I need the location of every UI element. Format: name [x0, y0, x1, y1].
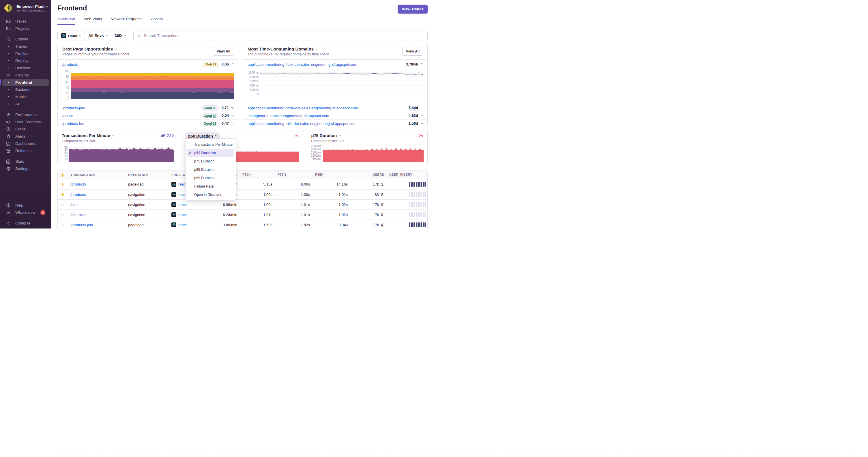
metric-selector-p75[interactable]: p75 Duration [311, 133, 341, 138]
transaction-link[interactable]: /about [62, 114, 73, 118]
svg-text:100: 100 [64, 69, 69, 73]
star-toggle[interactable]: ☆ [61, 202, 64, 207]
view-all-button[interactable]: View All [402, 47, 423, 56]
metric-selector-tpm[interactable]: Transactions Per Minute [62, 133, 114, 138]
svg-text:10: 10 [64, 158, 68, 161]
sidebar-item-traces[interactable]: Traces [2, 43, 49, 50]
project-filter-label: react [68, 33, 78, 38]
org-logo-icon [3, 3, 14, 13]
view-all-button[interactable]: View All [213, 47, 234, 56]
project-link[interactable]: react [178, 223, 187, 227]
sidebar-item-dashboards[interactable]: Dashboards [2, 140, 49, 147]
project-link[interactable]: react [178, 202, 187, 207]
menu-item-failure-rate[interactable]: Failure Rate [187, 182, 234, 190]
star-toggle[interactable]: ★ [61, 182, 64, 186]
sidebar-item-insights[interactable]: Insights [2, 71, 49, 79]
expand-toggle[interactable] [231, 114, 234, 116]
star-toggle[interactable]: ★ [61, 192, 64, 197]
sidebar-item-label: Insights [15, 73, 29, 77]
svg-text:1500ms: 1500ms [248, 71, 258, 74]
sidebar-item-help[interactable]: Help [2, 202, 49, 209]
transaction-link[interactable]: /products-fes [62, 122, 84, 126]
expand-toggle[interactable] [421, 114, 423, 116]
sidebar-item-releases[interactable]: Releases [2, 147, 49, 154]
tab-network-requests[interactable]: Network Requests [111, 17, 142, 25]
transaction-link[interactable]: /products-join [62, 106, 85, 110]
svg-text:60: 60 [66, 80, 69, 84]
score-badge: Good 95 [202, 105, 219, 110]
expand-toggle[interactable] [231, 63, 234, 65]
column-header-p75[interactable]: P75() [275, 173, 312, 177]
expand-toggle[interactable] [421, 63, 423, 65]
panel-subtitle: Top outgoing HTTP request domains by tim… [248, 52, 423, 56]
org-switcher[interactable]: Empower Plant dominik.buszowiec… [0, 0, 51, 15]
project-link[interactable]: react [178, 213, 187, 217]
sidebar-item-replays[interactable]: Replays [2, 57, 49, 64]
menu-item-p50-duration[interactable]: ✓p50 Duration [187, 149, 234, 157]
domain-link[interactable]: application-monitoring-rails-dot-sales-e… [248, 122, 356, 126]
column-header-p50[interactable]: P50() [240, 173, 275, 177]
expand-toggle[interactable] [421, 122, 423, 124]
menu-item-p99-duration[interactable]: p99 Duration [187, 174, 234, 182]
search-icon [137, 33, 141, 37]
sidebar-item-collapse[interactable]: Collapse [2, 220, 49, 227]
star-toggle[interactable]: ☆ [61, 223, 64, 227]
sidebar-item-discover[interactable]: Discover [2, 64, 49, 71]
transaction-link[interactable]: /checkout [70, 213, 87, 217]
column-header-p95[interactable]: P95() [312, 173, 350, 177]
menu-item-p75-duration[interactable]: p75 Duration [187, 157, 234, 165]
environment-filter[interactable]: All Envs [85, 31, 111, 40]
transaction-link[interactable]: /products [70, 182, 86, 186]
star-toggle[interactable]: ☆ [61, 213, 64, 217]
sidebar-item-explore[interactable]: Explore [2, 35, 49, 43]
column-header-user-misery[interactable]: USER MISERY [386, 173, 428, 177]
expand-toggle[interactable] [231, 106, 234, 108]
sidebar-item-alerts[interactable]: Alerts [2, 133, 49, 140]
expand-toggle[interactable] [421, 106, 423, 108]
transaction-link[interactable]: /products-join [70, 223, 93, 227]
sidebar-item-issues[interactable]: Issues [2, 18, 49, 25]
sidebar-item-label: Performance [15, 112, 37, 117]
menu-item-p95-duration[interactable]: p95 Duration [187, 165, 234, 174]
table-row: ★ /products navigation react /min 1.00s … [58, 189, 427, 199]
sidebar-item-stats[interactable]: Stats [2, 158, 49, 165]
sidebar-item-ai[interactable]: AI [2, 100, 49, 108]
domain-link[interactable]: springboot-dot-sales-engineering-sf.apps… [248, 114, 329, 118]
svg-text:50: 50 [64, 146, 68, 149]
sidebar-item-projects[interactable]: Projects [2, 25, 49, 32]
p95-cell: 1.01s [312, 192, 350, 197]
sidebar-item-what-s-new[interactable]: What's new4 [2, 209, 49, 216]
panel-title-dropdown[interactable]: Best Page Opportunities [62, 46, 234, 51]
menu-item-transactions-per-minute[interactable]: Transactions Per Minute [187, 140, 234, 149]
sidebar-item-performance[interactable]: Performance [2, 111, 49, 118]
operation-cell: pageload [125, 182, 168, 186]
domain-link[interactable]: application-monitoring-node-dot-sales-en… [248, 106, 358, 110]
sidebar-item-settings[interactable]: Settings [2, 165, 49, 172]
transaction-link[interactable]: /products [62, 62, 78, 67]
sidebar-item-label: Help [15, 203, 23, 207]
sidebar-item-frontend[interactable]: Frontend [2, 79, 49, 86]
sidebar-item-crons[interactable]: Crons [2, 126, 49, 133]
project-filter[interactable]: react [58, 31, 85, 40]
tab-overview[interactable]: Overview [57, 17, 75, 25]
transaction-link[interactable]: /products [70, 192, 86, 197]
search-input[interactable] [144, 33, 424, 38]
svg-text:2000ms: 2000ms [311, 148, 321, 151]
tpm-cell: 3.88/min [201, 223, 240, 227]
tab-assets[interactable]: Assets [151, 17, 163, 25]
domain-link[interactable]: application-monitoring-flask-dot-sales-e… [248, 62, 357, 67]
sidebar-item-mobile[interactable]: Mobile [2, 93, 49, 100]
panel-title-dropdown[interactable]: Most Time-Consuming Domains [248, 46, 423, 51]
date-range-filter[interactable]: 30D [111, 31, 129, 40]
best-page-opportunities-panel: Best Page Opportunities Pages to improve… [57, 43, 238, 127]
transaction-link[interactable]: /cart [70, 202, 78, 207]
column-header-users[interactable]: USERS [350, 173, 386, 177]
view-trends-button[interactable]: View Trends [398, 5, 428, 13]
sidebar-item-backend[interactable]: Backend [2, 86, 49, 93]
sidebar-item-profiles[interactable]: Profiles [2, 50, 49, 57]
expand-toggle[interactable] [231, 122, 234, 124]
sidebar-item-label: Releases [15, 149, 31, 153]
sidebar-item-user-feedback[interactable]: User Feedback [2, 118, 49, 126]
menu-item-open-in-discover[interactable]: Open in Discover [187, 190, 234, 199]
tab-web-vitals[interactable]: Web Vitals [83, 17, 102, 25]
